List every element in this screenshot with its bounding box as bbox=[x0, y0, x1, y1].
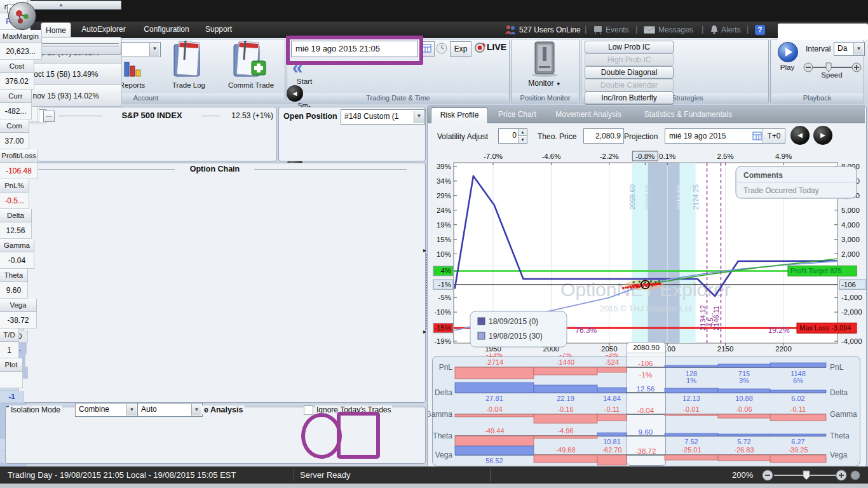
greek-bar bbox=[455, 446, 534, 455]
events-label[interactable]: Events bbox=[606, 25, 629, 34]
trade-dot bbox=[644, 281, 646, 283]
datetime-nav-buttons: «Start◄5m-◄Hr-◄Day-►Day+►Hr+►5m+»End bbox=[287, 58, 508, 90]
option-cell[interactable]: -1 bbox=[0, 391, 24, 403]
greek-value: -0.04 bbox=[486, 405, 502, 413]
projection-prev-button[interactable]: ◄ bbox=[790, 126, 810, 145]
analysis-column-header: Delta bbox=[0, 209, 32, 222]
chevron-down-icon[interactable]: ▼ bbox=[414, 111, 424, 123]
chevron-down-icon[interactable]: ▼ bbox=[126, 404, 137, 416]
analysis-column-header: MaxMargin bbox=[0, 30, 42, 43]
divider bbox=[254, 169, 407, 170]
play-button-label: Play bbox=[774, 64, 801, 71]
ignore-trades-checkbox[interactable] bbox=[304, 405, 313, 415]
messages-label[interactable]: Messages bbox=[658, 25, 693, 34]
y-axis-right-label: -1,000 bbox=[841, 294, 862, 301]
y-axis-left-label: -15% bbox=[434, 324, 451, 332]
alerts-label[interactable]: Alerts bbox=[721, 25, 741, 34]
x-axis-price-label: 2050 bbox=[601, 345, 618, 353]
greek-value: -49.68 bbox=[555, 446, 575, 454]
analysis-column-header: Plot bbox=[0, 358, 23, 372]
open-position-label: Open Position bbox=[283, 112, 337, 121]
greek-row-label-left: Gamma bbox=[428, 410, 452, 419]
users-online-icon bbox=[505, 25, 517, 35]
interval-label: Interval bbox=[806, 44, 831, 53]
calendar-icon[interactable] bbox=[419, 41, 435, 57]
y-axis-left-label: 24% bbox=[437, 207, 451, 214]
auto-value: Auto bbox=[141, 405, 157, 414]
spinner-down-icon[interactable]: ▼ bbox=[518, 137, 527, 143]
clock-icon[interactable] bbox=[435, 41, 449, 55]
spinner-up-icon[interactable]: ▲ bbox=[518, 129, 527, 136]
chevron-down-icon[interactable]: ▼ bbox=[191, 404, 201, 416]
nav-start-icon[interactable]: « bbox=[287, 58, 308, 78]
group-label-playback: Playback bbox=[771, 93, 863, 103]
chevron-down-icon[interactable]: ▼ bbox=[853, 43, 864, 55]
tab-statistics-fundamentals[interactable]: Statistics & Fundamentals bbox=[634, 107, 742, 121]
interval-selector[interactable]: Da ▼ bbox=[834, 42, 865, 56]
zoom-slider[interactable] bbox=[761, 468, 863, 484]
trade-dot bbox=[650, 280, 652, 282]
stddev-line-label: 2134.12 bbox=[699, 305, 707, 330]
window-bottom-edge bbox=[0, 484, 868, 488]
trade-log-button[interactable]: Trade Log bbox=[166, 81, 211, 89]
greeks-chart: PnLPnL-13%-2714-7%-1440-3%-5241281%7153%… bbox=[428, 353, 868, 469]
projection-next-button[interactable]: ► bbox=[813, 126, 832, 145]
greek-pct: -7% bbox=[559, 353, 572, 358]
greek-row-label-right: PnL bbox=[830, 363, 844, 372]
trading-datetime-input[interactable]: mié 19 ago 2015 21:05 bbox=[291, 41, 418, 57]
analysis-cell: 12.56 bbox=[0, 222, 32, 239]
analysis-column-header: Gamma bbox=[0, 239, 34, 252]
greek-bar bbox=[455, 367, 534, 379]
tab-price-chart[interactable]: Price Chart bbox=[492, 107, 543, 121]
nav-5mminus-icon[interactable]: ◄ bbox=[287, 85, 303, 102]
combine-value: Combine bbox=[79, 405, 109, 414]
tab-movement-analysis[interactable]: Movement Analysis bbox=[548, 107, 629, 121]
isolation-combine-selector[interactable]: Combine▼ bbox=[75, 403, 138, 417]
x-axis-pct-label: -4.6% bbox=[541, 152, 560, 160]
exp-button[interactable]: Exp bbox=[450, 41, 471, 57]
greek-row-label-left: Theta bbox=[433, 431, 452, 440]
greek-bar bbox=[597, 367, 627, 372]
index-change: 12.53 (+1%) bbox=[222, 111, 273, 120]
separator: | bbox=[747, 24, 749, 34]
volatility-adjust-spinner[interactable]: 0 ▲ ▼ bbox=[498, 128, 527, 144]
strategy-button-low-prob-ic[interactable]: Low Prob IC bbox=[585, 41, 674, 53]
trade-dot bbox=[654, 281, 656, 283]
title-bar bbox=[0, 0, 868, 22]
watermark-sub: 2015 © THJ Systems Ltd bbox=[600, 304, 691, 313]
open-position-selector[interactable]: #148 Custom (1 ▼ bbox=[341, 109, 425, 125]
greek-value: -0.06 bbox=[736, 405, 752, 413]
splitter-arrow-icon[interactable]: ▸ bbox=[423, 328, 426, 335]
x-axis-pct-label: -7.0% bbox=[484, 152, 503, 160]
greek-row-label-right: Theta bbox=[830, 431, 850, 440]
analysis-cell: 9.60 bbox=[0, 282, 28, 299]
monitor-button-label: Monitor bbox=[528, 79, 553, 88]
tab-support[interactable]: Support bbox=[201, 25, 236, 34]
help-icon[interactable]: ? bbox=[755, 25, 765, 35]
calendar-icon[interactable] bbox=[752, 130, 763, 146]
isolation-auto-selector[interactable]: Auto▼ bbox=[137, 403, 203, 417]
strategy-button-double-diagonal[interactable]: Double Diagonal bbox=[585, 66, 674, 79]
tab-configuration[interactable]: Configuration bbox=[137, 25, 196, 34]
analysis-cell: -38.72 bbox=[0, 312, 37, 329]
greek-bar bbox=[770, 390, 826, 393]
analysis-column-header: Com bbox=[0, 119, 29, 133]
play-icon[interactable] bbox=[778, 42, 798, 62]
greek-bar bbox=[534, 455, 597, 463]
greek-value: -0.01 bbox=[683, 405, 699, 413]
monitor-button[interactable]: Monitor ▼ bbox=[521, 79, 568, 88]
projection-date-input[interactable]: mié 19 ago 2015 bbox=[665, 128, 765, 144]
tab-risk-profile[interactable]: Risk Profile bbox=[431, 107, 488, 123]
strategy-button-inc-iron-butterfly[interactable]: Inc/Iron Butterfly bbox=[585, 92, 674, 104]
analysis-cell: -106.48 bbox=[0, 163, 38, 179]
live-label[interactable]: LIVE bbox=[487, 42, 506, 52]
legend-label: 19/08/2015 (30) bbox=[489, 332, 543, 341]
commit-trade-button[interactable]: Commit Trade bbox=[224, 81, 278, 89]
t0-button[interactable]: T+0 bbox=[763, 128, 785, 144]
profit-target-label: Profit Target 825 bbox=[790, 267, 842, 274]
chevron-down-icon[interactable]: ▼ bbox=[149, 43, 159, 56]
optionnet-explorer-window: { "colors":{"accent_purple":"#993d99","p… bbox=[0, 0, 868, 488]
splitter-arrow-icon[interactable]: ▸ bbox=[423, 247, 426, 254]
app-logo-icon[interactable] bbox=[8, 2, 36, 30]
legend-swatch bbox=[478, 332, 485, 339]
